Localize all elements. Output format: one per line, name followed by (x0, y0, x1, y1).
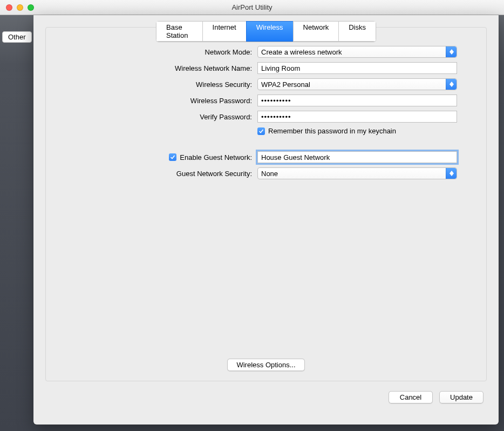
updown-icon (446, 168, 457, 179)
checkbox-remember-keychain[interactable] (257, 127, 265, 135)
settings-sheet: Base Station Internet Wireless Network D… (33, 15, 499, 425)
wireless-options-button[interactable]: Wireless Options... (227, 359, 304, 371)
select-network-mode-value: Create a wireless network (261, 48, 342, 56)
cancel-button[interactable]: Cancel (389, 391, 433, 403)
tab-disks[interactable]: Disks (338, 21, 376, 42)
checkbox-enable-guest-network[interactable] (169, 153, 176, 161)
tabs: Base Station Internet Wireless Network D… (156, 21, 376, 42)
select-network-mode[interactable]: Create a wireless network (257, 46, 457, 58)
tab-internet[interactable]: Internet (202, 21, 246, 42)
zoom-window-button[interactable] (28, 4, 34, 11)
minimize-window-button[interactable] (17, 4, 23, 11)
other-button-background: Other (2, 31, 32, 43)
input-guest-network-name[interactable] (257, 151, 457, 163)
titlebar: AirPort Utility (0, 0, 504, 15)
label-wireless-password: Wireless Password: (46, 97, 257, 105)
label-enable-guest-network: Enable Guest Network: (180, 153, 252, 161)
label-wireless-security: Wireless Security: (46, 80, 257, 89)
updown-icon (446, 46, 457, 57)
check-icon (170, 154, 175, 160)
input-verify-password[interactable] (257, 111, 457, 123)
content-box: Base Station Internet Wireless Network D… (45, 27, 487, 381)
tab-wireless[interactable]: Wireless (246, 21, 293, 42)
update-button[interactable]: Update (439, 391, 483, 403)
label-remember-keychain: Remember this password in my keychain (268, 127, 396, 135)
window-title: AirPort Utility (0, 3, 504, 11)
input-wireless-network-name[interactable] (257, 62, 457, 74)
tab-network[interactable]: Network (293, 21, 339, 42)
tab-base-station[interactable]: Base Station (156, 21, 202, 42)
select-wireless-security-value: WPA2 Personal (261, 80, 310, 89)
traffic-lights (6, 4, 34, 11)
close-window-button[interactable] (6, 4, 12, 11)
svg-marker-5 (449, 173, 454, 176)
check-icon (258, 129, 264, 134)
action-row: Cancel Update (45, 391, 487, 403)
label-wireless-network-name: Wireless Network Name: (46, 64, 257, 72)
svg-marker-3 (449, 84, 454, 87)
select-guest-network-security[interactable]: None (257, 167, 457, 179)
select-wireless-security[interactable]: WPA2 Personal (257, 78, 457, 90)
svg-marker-1 (449, 52, 454, 55)
form: Network Mode: Create a wireless network … (46, 44, 486, 181)
label-guest-network-security: Guest Network Security: (46, 170, 257, 178)
input-wireless-password[interactable] (257, 95, 457, 106)
select-guest-network-security-value: None (261, 170, 278, 178)
updown-icon (446, 79, 457, 90)
label-verify-password: Verify Password: (46, 113, 257, 121)
label-network-mode: Network Mode: (46, 48, 257, 56)
